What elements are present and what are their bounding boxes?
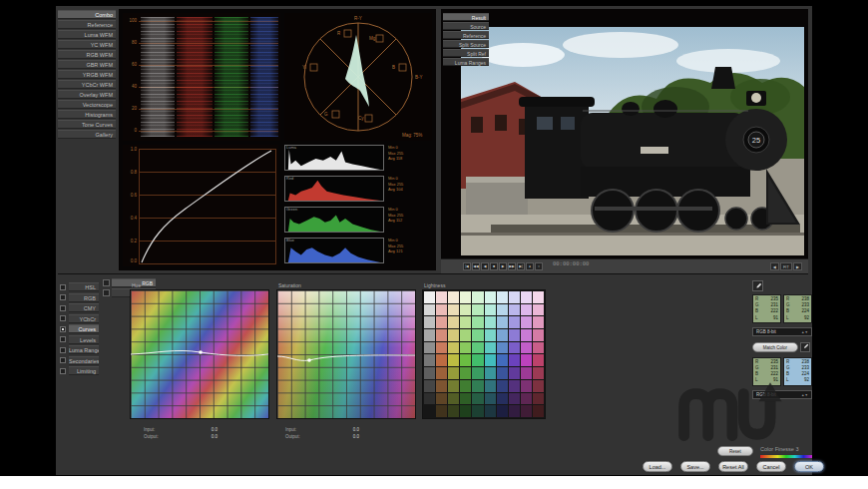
lightness-swatch[interactable]: [533, 329, 544, 341]
lightness-swatch[interactable]: [424, 342, 435, 354]
lightness-swatch[interactable]: [436, 354, 447, 366]
lightness-swatch[interactable]: [497, 329, 508, 341]
lightness-swatch[interactable]: [436, 342, 447, 354]
lightness-swatch[interactable]: [509, 354, 520, 366]
lightness-swatch[interactable]: [509, 304, 520, 316]
group-enable-checkbox[interactable]: [60, 368, 66, 374]
lightness-swatch[interactable]: [472, 380, 483, 392]
lightness-swatch[interactable]: [448, 405, 459, 417]
group-item[interactable]: Curves: [69, 324, 99, 333]
transport-button[interactable]: ○: [535, 262, 543, 270]
scope-list-item[interactable]: RGB WFM: [58, 50, 116, 59]
lightness-swatch[interactable]: [533, 304, 544, 316]
zoom-out-button[interactable]: ◀: [770, 262, 779, 270]
lightness-swatch[interactable]: [533, 393, 544, 405]
lightness-swatch[interactable]: [436, 291, 447, 303]
dialog-button[interactable]: Save...: [680, 461, 710, 472]
group-enable-checkbox[interactable]: [60, 326, 66, 332]
lightness-swatch[interactable]: [521, 367, 532, 379]
saturation-curve-point[interactable]: [307, 358, 311, 362]
group-enable-checkbox[interactable]: [60, 315, 66, 321]
lightness-swatch[interactable]: [509, 393, 520, 405]
lightness-swatch[interactable]: [424, 380, 435, 392]
hue-curve-point[interactable]: [199, 350, 203, 354]
group-item[interactable]: Secondaries: [69, 356, 99, 365]
lightness-swatch[interactable]: [533, 354, 544, 366]
lightness-swatch[interactable]: [497, 354, 508, 366]
lightness-swatch[interactable]: [509, 405, 520, 417]
lightness-swatch[interactable]: [448, 316, 459, 328]
lightness-swatch[interactable]: [497, 342, 508, 354]
transport-button[interactable]: ◀: [481, 262, 489, 270]
match-color-button[interactable]: Match Color: [752, 342, 798, 352]
scope-list-item[interactable]: Overlay WFM: [58, 90, 116, 99]
dialog-button[interactable]: OK: [794, 461, 824, 472]
group-item[interactable]: HSL: [69, 282, 99, 291]
lightness-swatch[interactable]: [460, 380, 471, 392]
lightness-swatch[interactable]: [485, 316, 496, 328]
lightness-swatch[interactable]: [497, 405, 508, 417]
lightness-swatch[interactable]: [424, 304, 435, 316]
group-item[interactable]: Luma Range: [69, 345, 99, 354]
scope-list-item[interactable]: GBR WFM: [58, 60, 116, 69]
lightness-swatch[interactable]: [533, 342, 544, 354]
lightness-swatch[interactable]: [509, 342, 520, 354]
lightness-swatch[interactable]: [460, 405, 471, 417]
lightness-swatch[interactable]: [509, 316, 520, 328]
group-item[interactable]: Limiting: [69, 366, 99, 375]
scope-list-item[interactable]: Histograms: [58, 110, 116, 119]
lightness-swatch[interactable]: [472, 393, 483, 405]
fit-button[interactable]: FIT: [780, 262, 792, 270]
view-option[interactable]: Reference: [443, 31, 489, 39]
lightness-swatch[interactable]: [424, 367, 435, 379]
lightness-swatch[interactable]: [485, 329, 496, 341]
group-item[interactable]: CMY: [69, 303, 99, 312]
transport-button[interactable]: ■: [490, 262, 498, 270]
view-option[interactable]: Split Source: [443, 40, 489, 48]
saturation-curve-grid[interactable]: [276, 289, 416, 419]
lightness-swatch[interactable]: [448, 291, 459, 303]
lightness-swatch[interactable]: [424, 405, 435, 417]
lightness-swatch[interactable]: [436, 367, 447, 379]
lightness-swatch[interactable]: [448, 342, 459, 354]
scope-list-item[interactable]: YRGB WFM: [58, 70, 116, 79]
lightness-swatch[interactable]: [485, 367, 496, 379]
lightness-swatch[interactable]: [521, 329, 532, 341]
zoom-in-button[interactable]: ▶: [793, 262, 802, 270]
scope-list-item[interactable]: Gallery: [58, 130, 116, 139]
lightness-swatch[interactable]: [521, 291, 532, 303]
lightness-swatch[interactable]: [436, 380, 447, 392]
lightness-swatch[interactable]: [497, 291, 508, 303]
lightness-swatch[interactable]: [533, 291, 544, 303]
group-enable-checkbox[interactable]: [60, 284, 66, 290]
lightness-swatch[interactable]: [485, 405, 496, 417]
lightness-swatch[interactable]: [497, 380, 508, 392]
lightness-swatch[interactable]: [460, 291, 471, 303]
group-item[interactable]: YCbCr: [69, 314, 99, 323]
lightness-swatch[interactable]: [533, 316, 544, 328]
lightness-swatch[interactable]: [424, 329, 435, 341]
transport-button[interactable]: ▶|: [517, 262, 525, 270]
scope-list-item[interactable]: Vectorscope: [58, 100, 116, 109]
lightness-swatch[interactable]: [448, 367, 459, 379]
transport-button[interactable]: |◀: [463, 262, 471, 270]
lightness-swatch[interactable]: [521, 342, 532, 354]
lightness-swatch[interactable]: [436, 329, 447, 341]
lightness-swatch[interactable]: [460, 393, 471, 405]
lightness-swatch[interactable]: [533, 380, 544, 392]
group-enable-checkbox[interactable]: [60, 357, 66, 363]
lightness-swatch[interactable]: [424, 291, 435, 303]
lightness-swatch[interactable]: [460, 329, 471, 341]
lightness-swatch[interactable]: [509, 367, 520, 379]
transport-button[interactable]: ◀◀: [472, 262, 480, 270]
group-item[interactable]: RGB: [69, 293, 99, 302]
scope-list-item[interactable]: YCbCr WFM: [58, 80, 116, 89]
dialog-button[interactable]: Reset All: [718, 461, 748, 472]
lightness-swatch[interactable]: [472, 354, 483, 366]
lightness-swatch[interactable]: [472, 405, 483, 417]
lightness-swatch[interactable]: [485, 354, 496, 366]
lightness-swatch[interactable]: [509, 380, 520, 392]
scope-list-item[interactable]: Combo: [58, 10, 116, 19]
lightness-swatch[interactable]: [472, 291, 483, 303]
transport-button[interactable]: ▶▶: [508, 262, 516, 270]
